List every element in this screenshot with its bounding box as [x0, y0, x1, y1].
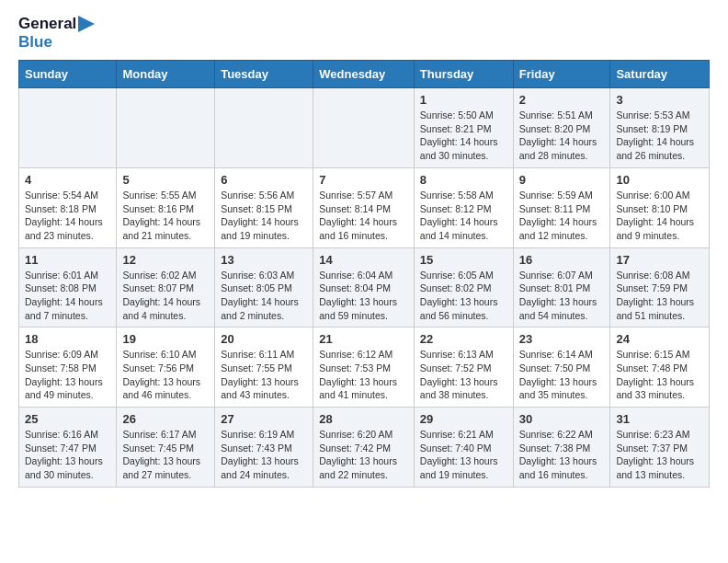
- logo-triangle-icon: [78, 16, 95, 32]
- calendar-cell: 6Sunrise: 5:56 AM Sunset: 8:15 PM Daylig…: [215, 167, 313, 247]
- day-info: Sunrise: 6:21 AM Sunset: 7:40 PM Dayligh…: [420, 428, 507, 482]
- day-number: 14: [319, 253, 408, 267]
- day-number: 26: [122, 412, 209, 426]
- calendar-cell: [313, 88, 415, 168]
- day-number: 16: [519, 253, 605, 267]
- week-row-5: 25Sunrise: 6:16 AM Sunset: 7:47 PM Dayli…: [19, 408, 710, 488]
- calendar-cell: 9Sunrise: 5:59 AM Sunset: 8:11 PM Daylig…: [513, 167, 610, 247]
- day-number: 6: [221, 173, 307, 187]
- calendar-table: SundayMondayTuesdayWednesdayThursdayFrid…: [18, 60, 710, 488]
- calendar-cell: 18Sunrise: 6:09 AM Sunset: 7:58 PM Dayli…: [19, 327, 117, 408]
- weekday-header-sunday: Sunday: [19, 61, 117, 88]
- logo: General Blue: [18, 15, 95, 51]
- day-number: 13: [221, 253, 307, 267]
- calendar-cell: 2Sunrise: 5:51 AM Sunset: 8:20 PM Daylig…: [513, 88, 610, 168]
- calendar-cell: 15Sunrise: 6:05 AM Sunset: 8:02 PM Dayli…: [414, 247, 513, 327]
- day-info: Sunrise: 6:16 AM Sunset: 7:47 PM Dayligh…: [25, 428, 110, 482]
- day-info: Sunrise: 6:03 AM Sunset: 8:05 PM Dayligh…: [221, 269, 307, 323]
- day-number: 31: [616, 412, 703, 426]
- weekday-header-tuesday: Tuesday: [215, 61, 313, 88]
- day-info: Sunrise: 6:19 AM Sunset: 7:43 PM Dayligh…: [221, 428, 307, 482]
- calendar-cell: 10Sunrise: 6:00 AM Sunset: 8:10 PM Dayli…: [610, 167, 710, 247]
- day-number: 3: [616, 93, 703, 107]
- day-number: 11: [25, 253, 110, 267]
- weekday-header-friday: Friday: [513, 61, 610, 88]
- day-number: 27: [221, 412, 307, 426]
- weekday-header-monday: Monday: [117, 61, 215, 88]
- day-number: 30: [519, 412, 605, 426]
- calendar-cell: 21Sunrise: 6:12 AM Sunset: 7:53 PM Dayli…: [313, 327, 415, 408]
- day-info: Sunrise: 6:00 AM Sunset: 8:10 PM Dayligh…: [616, 189, 703, 243]
- day-number: 22: [420, 332, 507, 346]
- calendar-cell: [117, 88, 215, 168]
- day-info: Sunrise: 6:20 AM Sunset: 7:42 PM Dayligh…: [319, 428, 408, 482]
- week-row-4: 18Sunrise: 6:09 AM Sunset: 7:58 PM Dayli…: [19, 327, 710, 408]
- page: General Blue SundayMondayTuesdayWednesda…: [0, 0, 728, 502]
- svg-marker-0: [78, 16, 95, 32]
- weekday-header-wednesday: Wednesday: [313, 61, 415, 88]
- day-info: Sunrise: 6:08 AM Sunset: 7:59 PM Dayligh…: [616, 269, 703, 323]
- day-number: 28: [319, 412, 408, 426]
- day-number: 15: [420, 253, 507, 267]
- calendar-cell: 3Sunrise: 5:53 AM Sunset: 8:19 PM Daylig…: [610, 88, 710, 168]
- day-info: Sunrise: 5:51 AM Sunset: 8:20 PM Dayligh…: [519, 109, 605, 163]
- calendar-cell: 19Sunrise: 6:10 AM Sunset: 7:56 PM Dayli…: [117, 327, 215, 408]
- logo-general: General: [18, 15, 76, 33]
- day-number: 7: [319, 173, 408, 187]
- day-info: Sunrise: 6:17 AM Sunset: 7:45 PM Dayligh…: [122, 428, 209, 482]
- day-info: Sunrise: 6:07 AM Sunset: 8:01 PM Dayligh…: [519, 269, 605, 323]
- calendar-cell: 20Sunrise: 6:11 AM Sunset: 7:55 PM Dayli…: [215, 327, 313, 408]
- day-number: 20: [221, 332, 307, 346]
- calendar-cell: 14Sunrise: 6:04 AM Sunset: 8:04 PM Dayli…: [313, 247, 415, 327]
- calendar-cell: 28Sunrise: 6:20 AM Sunset: 7:42 PM Dayli…: [313, 408, 415, 488]
- calendar-cell: 12Sunrise: 6:02 AM Sunset: 8:07 PM Dayli…: [117, 247, 215, 327]
- day-number: 9: [519, 173, 605, 187]
- calendar-cell: 22Sunrise: 6:13 AM Sunset: 7:52 PM Dayli…: [414, 327, 513, 408]
- day-number: 10: [616, 173, 703, 187]
- day-info: Sunrise: 6:10 AM Sunset: 7:56 PM Dayligh…: [122, 348, 209, 402]
- calendar-cell: 31Sunrise: 6:23 AM Sunset: 7:37 PM Dayli…: [610, 408, 710, 488]
- calendar-cell: 1Sunrise: 5:50 AM Sunset: 8:21 PM Daylig…: [414, 88, 513, 168]
- week-row-3: 11Sunrise: 6:01 AM Sunset: 8:08 PM Dayli…: [19, 247, 710, 327]
- calendar-cell: 29Sunrise: 6:21 AM Sunset: 7:40 PM Dayli…: [414, 408, 513, 488]
- day-info: Sunrise: 5:55 AM Sunset: 8:16 PM Dayligh…: [122, 189, 209, 243]
- day-number: 23: [519, 332, 605, 346]
- day-info: Sunrise: 6:05 AM Sunset: 8:02 PM Dayligh…: [420, 269, 507, 323]
- day-info: Sunrise: 5:50 AM Sunset: 8:21 PM Dayligh…: [420, 109, 507, 163]
- day-info: Sunrise: 6:14 AM Sunset: 7:50 PM Dayligh…: [519, 348, 605, 402]
- calendar-cell: 5Sunrise: 5:55 AM Sunset: 8:16 PM Daylig…: [117, 167, 215, 247]
- day-number: 24: [616, 332, 703, 346]
- weekday-header-row: SundayMondayTuesdayWednesdayThursdayFrid…: [19, 61, 710, 88]
- week-row-1: 1Sunrise: 5:50 AM Sunset: 8:21 PM Daylig…: [19, 88, 710, 168]
- day-info: Sunrise: 6:01 AM Sunset: 8:08 PM Dayligh…: [25, 269, 110, 323]
- day-number: 4: [25, 173, 110, 187]
- calendar-cell: 23Sunrise: 6:14 AM Sunset: 7:50 PM Dayli…: [513, 327, 610, 408]
- day-number: 18: [25, 332, 110, 346]
- weekday-header-thursday: Thursday: [414, 61, 513, 88]
- day-info: Sunrise: 5:59 AM Sunset: 8:11 PM Dayligh…: [519, 189, 605, 243]
- day-number: 2: [519, 93, 605, 107]
- calendar-cell: 25Sunrise: 6:16 AM Sunset: 7:47 PM Dayli…: [19, 408, 117, 488]
- calendar-cell: [215, 88, 313, 168]
- calendar-cell: 13Sunrise: 6:03 AM Sunset: 8:05 PM Dayli…: [215, 247, 313, 327]
- calendar-cell: 26Sunrise: 6:17 AM Sunset: 7:45 PM Dayli…: [117, 408, 215, 488]
- day-number: 8: [420, 173, 507, 187]
- day-info: Sunrise: 5:56 AM Sunset: 8:15 PM Dayligh…: [221, 189, 307, 243]
- day-info: Sunrise: 6:22 AM Sunset: 7:38 PM Dayligh…: [519, 428, 605, 482]
- header: General Blue: [18, 15, 710, 51]
- calendar-cell: 16Sunrise: 6:07 AM Sunset: 8:01 PM Dayli…: [513, 247, 610, 327]
- day-info: Sunrise: 6:02 AM Sunset: 8:07 PM Dayligh…: [122, 269, 209, 323]
- calendar-cell: 4Sunrise: 5:54 AM Sunset: 8:18 PM Daylig…: [19, 167, 117, 247]
- day-number: 19: [122, 332, 209, 346]
- day-info: Sunrise: 5:58 AM Sunset: 8:12 PM Dayligh…: [420, 189, 507, 243]
- day-info: Sunrise: 6:11 AM Sunset: 7:55 PM Dayligh…: [221, 348, 307, 402]
- calendar-cell: 27Sunrise: 6:19 AM Sunset: 7:43 PM Dayli…: [215, 408, 313, 488]
- calendar-cell: 8Sunrise: 5:58 AM Sunset: 8:12 PM Daylig…: [414, 167, 513, 247]
- day-info: Sunrise: 6:15 AM Sunset: 7:48 PM Dayligh…: [616, 348, 703, 402]
- day-number: 17: [616, 253, 703, 267]
- calendar-cell: 30Sunrise: 6:22 AM Sunset: 7:38 PM Dayli…: [513, 408, 610, 488]
- day-number: 1: [420, 93, 507, 107]
- week-row-2: 4Sunrise: 5:54 AM Sunset: 8:18 PM Daylig…: [19, 167, 710, 247]
- day-number: 5: [122, 173, 209, 187]
- day-info: Sunrise: 6:12 AM Sunset: 7:53 PM Dayligh…: [319, 348, 408, 402]
